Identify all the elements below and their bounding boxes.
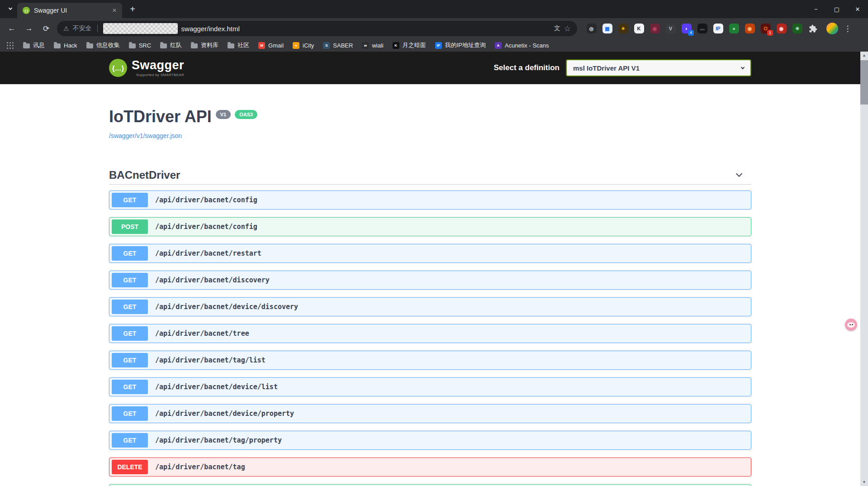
http-method-badge: DELETE	[112, 460, 148, 474]
definition-select[interactable]: msl IoTDriver API V1	[566, 59, 751, 76]
bookmark-item[interactable]: IP 我的IP地址查询	[431, 40, 490, 51]
http-method-badge: GET	[112, 273, 148, 287]
extension-icon[interactable]: ◉	[649, 23, 661, 35]
bookmark-icon: w	[362, 42, 369, 49]
swagger-topbar: {…} Swagger Supported by SMARTBEAR Selec…	[0, 52, 860, 84]
api-operation-row[interactable]: GET /api/driver/bacnet/device/discovery	[109, 297, 751, 316]
bookmark-item[interactable]: 资料库	[187, 40, 223, 51]
bookmark-icon	[191, 43, 198, 48]
api-operation-row[interactable]: POST /api/driver/bacnet/config	[109, 217, 751, 236]
extension-icon[interactable]: ◗ 4	[680, 23, 693, 35]
forward-button[interactable]: →	[22, 21, 36, 36]
security-label: 不安全	[73, 24, 92, 33]
redacted-url-segment	[103, 23, 178, 34]
api-operation-row[interactable]: POST	[109, 484, 751, 486]
brand-text: Swagger Supported by SMARTBEAR	[132, 59, 184, 77]
bookmarks-list: 讯息 Hack 信息收集 SRC 红队 资料库 社区 M Gmail ● iCi…	[19, 40, 553, 51]
address-bar[interactable]: ⚠ 不安全 swagger/index.html 文 ☆	[57, 21, 577, 36]
bookmark-star-icon[interactable]: ☆	[564, 24, 571, 33]
bookmark-item[interactable]: M Gmail	[254, 41, 288, 50]
api-operation-row[interactable]: GET /api/driver/bacnet/device/list	[109, 377, 751, 396]
extension-icon[interactable]: ◎	[585, 23, 598, 35]
extensions-area: ◎ ▦ ✶ K ◉ V ◗ 4 ▬ IP ● ◉ O 1 ◉ ✳	[585, 23, 819, 35]
bookmark-icon: A	[495, 42, 502, 49]
scrollbar-down-icon[interactable]: ▼	[860, 478, 868, 486]
floating-widget[interactable]	[845, 319, 857, 331]
tag-title: BACnetDriver	[109, 169, 180, 181]
api-operation-row[interactable]: GET /api/driver/bacnet/device/property	[109, 404, 751, 423]
extension-icon[interactable]: ●	[728, 23, 740, 35]
back-button[interactable]: ←	[5, 21, 19, 36]
reload-button[interactable]: ⟳	[39, 21, 53, 36]
api-operation-row[interactable]: DELETE /api/driver/bacnet/tag	[109, 457, 751, 476]
tag-section-header[interactable]: BACnetDriver	[109, 169, 751, 185]
api-operation-row[interactable]: GET /api/driver/bacnet/tree	[109, 324, 751, 343]
translate-icon[interactable]: 文	[554, 24, 560, 33]
extension-icon[interactable]: V	[664, 23, 677, 35]
tab-search-button[interactable]	[4, 2, 17, 16]
window-controls: − ▢ ✕	[806, 0, 868, 18]
extension-icon[interactable]: ◉	[744, 23, 756, 35]
extension-glyph: ▦	[602, 24, 612, 33]
bookmark-label: 我的IP地址查询	[445, 41, 486, 49]
close-window-button[interactable]: ✕	[847, 0, 868, 18]
extension-icon[interactable]: IP	[712, 23, 724, 35]
bookmark-item[interactable]: 红队	[156, 40, 186, 51]
http-method-badge: GET	[112, 193, 148, 207]
bookmark-item[interactable]: 社区	[223, 40, 253, 51]
spec-link[interactable]: /swagger/v1/swagger.json	[109, 132, 182, 139]
extension-glyph: ▬	[697, 24, 707, 33]
select-definition-label: Select a definition	[494, 63, 560, 72]
bookmark-icon	[228, 43, 234, 48]
maximize-button[interactable]: ▢	[826, 0, 847, 18]
api-operation-row[interactable]: GET /api/driver/bacnet/tag/list	[109, 351, 751, 370]
bookmark-item[interactable]: K 月之暗面	[389, 40, 430, 51]
bookmark-icon: ●	[293, 42, 299, 49]
extension-icon[interactable]: O 1	[759, 23, 772, 35]
bookmark-icon	[54, 43, 61, 48]
scrollbar-thumb[interactable]	[860, 60, 868, 105]
extension-icon[interactable]: ✳	[791, 23, 803, 35]
browser-toolbar: ← → ⟳ ⚠ 不安全 swagger/index.html 文 ☆ ◎ ▦ ✶…	[0, 18, 868, 39]
api-info: IoTDriver API V1 OAS3 /swagger/v1/swagge…	[109, 84, 751, 140]
http-method-badge: GET	[112, 300, 148, 314]
url-text: swagger/index.html	[181, 25, 240, 33]
extension-icon[interactable]: ▦	[601, 23, 613, 35]
extension-icon[interactable]: ◉	[775, 23, 787, 35]
swagger-favicon-icon	[23, 7, 30, 14]
extension-icon[interactable]: ✶	[617, 23, 629, 35]
bookmark-item[interactable]: A Acunetix - Scans	[491, 41, 553, 50]
http-method-badge: GET	[112, 406, 148, 421]
bookmark-item[interactable]: S SABER	[319, 41, 357, 50]
profile-avatar[interactable]	[826, 23, 838, 34]
browser-tab[interactable]: Swagger UI ✕	[17, 3, 122, 18]
api-operation-row[interactable]: GET /api/driver/bacnet/discovery	[109, 271, 751, 290]
browser-menu-icon[interactable]: ⋮	[842, 22, 854, 35]
bookmark-item[interactable]: Hack	[50, 41, 81, 50]
extension-icon[interactable]: K	[633, 23, 645, 35]
operation-path: /api/driver/bacnet/tag	[155, 463, 245, 471]
bookmark-item[interactable]: 信息收集	[82, 40, 124, 51]
extension-glyph: V	[666, 24, 676, 33]
api-operation-row[interactable]: GET /api/driver/bacnet/config	[109, 191, 751, 210]
bookmark-item[interactable]: ● iCity	[289, 41, 318, 50]
scrollbar-up-icon[interactable]: ▲	[860, 52, 868, 59]
api-operation-row[interactable]: GET /api/driver/bacnet/tag/property	[109, 431, 751, 450]
operation-path: /api/driver/bacnet/device/discovery	[155, 303, 298, 311]
close-tab-icon[interactable]: ✕	[110, 6, 119, 14]
bookmark-item[interactable]: 讯息	[19, 40, 49, 51]
operation-path: /api/driver/bacnet/device/property	[155, 410, 294, 418]
extension-icon[interactable]	[807, 23, 819, 35]
bookmark-label: 红队	[170, 41, 182, 49]
extension-icon[interactable]: ▬	[696, 23, 708, 35]
minimize-button[interactable]: −	[806, 0, 826, 18]
extension-badge: 1	[767, 30, 773, 36]
apps-grid-icon[interactable]	[5, 41, 14, 50]
swagger-logo[interactable]: {…} Swagger Supported by SMARTBEAR	[109, 59, 184, 77]
bookmark-item[interactable]: w wiali	[358, 41, 387, 50]
page-scrollbar[interactable]: ▲ ▼	[860, 52, 868, 486]
new-tab-button[interactable]: +	[126, 2, 139, 16]
tag-section: BACnetDriver GET /api/driver/bacnet/conf…	[109, 169, 751, 486]
bookmark-item[interactable]: SRC	[125, 41, 155, 50]
api-operation-row[interactable]: GET /api/driver/bacnet/restart	[109, 244, 751, 263]
